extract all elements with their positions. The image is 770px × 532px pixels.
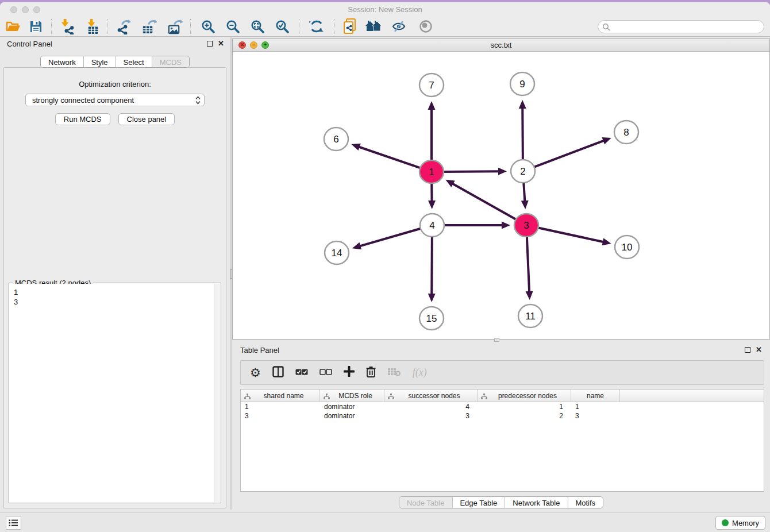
maximize-window-button[interactable] <box>33 6 40 13</box>
graph-edge[interactable] <box>351 144 421 168</box>
close-panel-button[interactable]: Close panel <box>118 113 175 125</box>
zoom-selected-icon[interactable] <box>274 18 291 35</box>
table-cell[interactable]: 1 <box>478 402 571 411</box>
graph-node[interactable]: 6 <box>324 128 348 151</box>
graph-node[interactable]: 2 <box>511 160 535 183</box>
select-all-icon[interactable] <box>295 368 308 378</box>
import-network-icon[interactable] <box>59 18 76 35</box>
home-networks-icon[interactable] <box>365 18 382 35</box>
task-history-button[interactable] <box>6 516 21 530</box>
graph-edge[interactable] <box>352 228 422 249</box>
search-box <box>598 20 764 33</box>
network-canvas[interactable]: 7968124314101511 <box>233 52 769 339</box>
import-table-icon[interactable] <box>84 18 101 35</box>
open-folder-icon[interactable] <box>5 18 22 35</box>
graph-edge[interactable] <box>428 236 436 302</box>
graph-node[interactable]: 1 <box>419 160 444 183</box>
graph-edge[interactable] <box>526 236 533 300</box>
horizontal-splitter-grip[interactable] <box>494 338 499 342</box>
unselect-all-icon[interactable] <box>319 368 332 378</box>
graph-edge[interactable] <box>442 168 507 175</box>
mcds-tab-content: Optimization criterion: strongly connect… <box>3 67 226 508</box>
float-panel-icon[interactable] <box>207 41 213 47</box>
network-maximize-icon[interactable]: + <box>261 41 269 49</box>
column-header-successor-nodes[interactable]: successor nodes <box>384 390 478 402</box>
graph-node[interactable]: 11 <box>518 304 542 327</box>
zoom-fit-icon[interactable] <box>249 18 266 35</box>
zoom-out-icon[interactable] <box>224 18 241 35</box>
tab-network-table[interactable]: Network Table <box>505 497 567 508</box>
hide-graphics-details-icon[interactable] <box>390 18 407 35</box>
minimize-window-button[interactable] <box>22 6 29 13</box>
tab-mcds[interactable]: MCDS <box>152 56 189 67</box>
table-cell[interactable]: dominator <box>320 402 384 411</box>
graph-node[interactable]: 9 <box>510 72 534 95</box>
float-table-panel-icon[interactable] <box>745 347 750 353</box>
network-graph: 7968124314101511 <box>233 52 769 339</box>
gear-icon[interactable]: ⚙ <box>250 367 261 379</box>
tab-motifs[interactable]: Motifs <box>567 497 603 508</box>
column-header-shared-name[interactable]: shared name <box>241 390 320 402</box>
columns-icon[interactable] <box>272 366 284 380</box>
tab-network[interactable]: Network <box>41 56 83 67</box>
titlebar: Session: New Session <box>0 3 770 17</box>
table-cell[interactable]: 2 <box>478 411 571 421</box>
graph-node[interactable]: 7 <box>419 74 444 97</box>
table-cell[interactable]: 1 <box>241 402 320 411</box>
clone-network-icon[interactable] <box>341 18 359 35</box>
table-cell[interactable]: 3 <box>241 411 320 421</box>
graph-edge[interactable] <box>445 180 517 220</box>
table-panel-header: Table Panel ✕ <box>232 342 770 357</box>
result-scrollbar[interactable] <box>214 284 220 502</box>
tab-edge-table[interactable]: Edge Table <box>452 497 505 508</box>
graph-node-label: 3 <box>523 220 529 231</box>
table-cell[interactable]: 1 <box>571 402 620 411</box>
graph-node-label: 10 <box>622 242 633 253</box>
network-minimize-icon[interactable]: − <box>250 41 257 49</box>
graph-edge[interactable] <box>533 137 611 167</box>
close-panel-icon[interactable]: ✕ <box>218 40 224 47</box>
zoom-in-icon[interactable] <box>199 18 217 35</box>
graph-edge[interactable] <box>443 222 510 229</box>
network-close-icon[interactable]: ✕ <box>238 41 246 49</box>
delete-row-icon[interactable] <box>366 366 376 380</box>
graph-node[interactable]: 8 <box>614 121 638 144</box>
save-icon[interactable] <box>27 18 44 35</box>
export-network-icon[interactable] <box>114 18 132 35</box>
graph-node-label: 4 <box>429 220 434 231</box>
graph-node[interactable]: 3 <box>514 214 538 237</box>
column-header-predecessor-nodes[interactable]: predecessor nodes <box>478 390 571 402</box>
status-bar: Memory <box>0 512 770 532</box>
table-cell[interactable]: 4 <box>384 402 478 411</box>
graph-edge[interactable] <box>428 183 436 209</box>
graph-node[interactable]: 14 <box>325 241 349 264</box>
graph-node[interactable]: 10 <box>615 236 639 259</box>
graph-node[interactable]: 4 <box>420 214 444 237</box>
table-cell[interactable]: 3 <box>384 411 478 421</box>
table-body: 1dominator4113dominator323 <box>241 402 764 421</box>
graph-edge[interactable] <box>519 100 526 160</box>
tab-node-table[interactable]: Node Table <box>399 497 452 508</box>
tab-style[interactable]: Style <box>83 56 116 67</box>
close-window-button[interactable] <box>10 6 17 13</box>
refresh-layout-icon[interactable] <box>308 18 325 35</box>
close-table-panel-icon[interactable]: ✕ <box>756 346 762 353</box>
graph-edge[interactable] <box>521 182 529 209</box>
tab-select[interactable]: Select <box>116 56 152 67</box>
optimization-criterion-select[interactable]: strongly connected component <box>25 94 205 106</box>
table-cell[interactable]: 3 <box>571 411 620 421</box>
export-image-icon[interactable] <box>166 18 183 35</box>
column-header-MCDS-role[interactable]: MCDS role <box>320 390 384 402</box>
search-input[interactable] <box>610 22 764 32</box>
export-table-icon[interactable] <box>140 18 157 35</box>
column-header-name[interactable]: name <box>571 390 620 402</box>
memory-button[interactable]: Memory <box>715 516 765 530</box>
table-cell[interactable]: dominator <box>320 411 384 421</box>
graph-edge[interactable] <box>428 101 436 161</box>
graph-node-label: 11 <box>525 311 536 322</box>
run-mcds-button[interactable]: Run MCDS <box>55 113 110 125</box>
graph-edge[interactable] <box>537 228 611 245</box>
add-row-icon[interactable] <box>344 366 355 379</box>
graph-node[interactable]: 15 <box>419 307 444 330</box>
mcds-result-list[interactable]: 13 <box>10 284 214 502</box>
